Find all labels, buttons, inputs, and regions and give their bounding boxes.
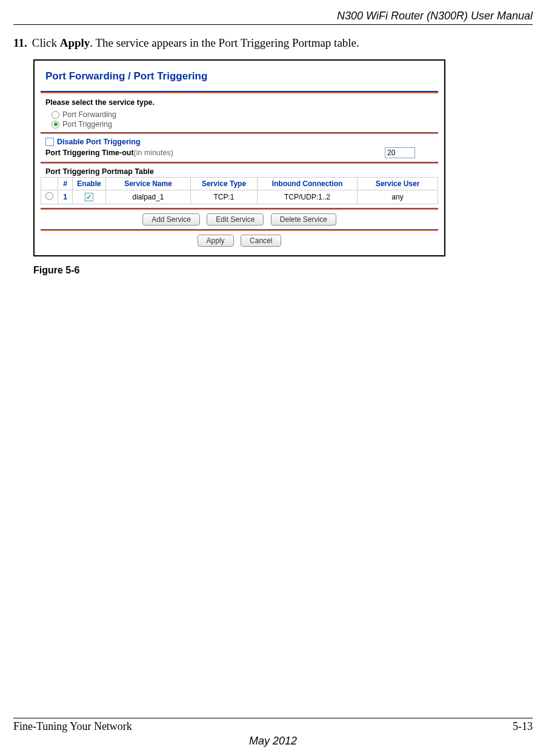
service-type-label: Please select the service type. [45, 98, 438, 107]
divider [41, 162, 438, 164]
apply-button[interactable]: Apply [198, 235, 234, 247]
doc-header: N300 WiFi Router (N300R) User Manual [337, 10, 533, 22]
row-user: any [358, 190, 438, 204]
router-screenshot: Port Forwarding / Port Triggering Please… [33, 59, 445, 256]
timeout-hint: (in minutes) [134, 149, 173, 157]
row-num: 1 [58, 190, 73, 204]
divider [41, 132, 438, 134]
col-select [41, 178, 58, 190]
figure-caption: Figure 5-6 [33, 265, 533, 276]
timeout-input[interactable] [385, 147, 415, 158]
table-header-row: # Enable Service Name Service Type Inbou… [41, 178, 438, 190]
step-text-bold: Apply [60, 36, 90, 49]
delete-service-button[interactable]: Delete Service [271, 213, 336, 226]
divider [41, 91, 438, 93]
service-buttons: Add Service Edit Service Delete Service [41, 213, 438, 226]
checkbox-icon[interactable] [85, 193, 93, 201]
step-11: 11. Click Apply. The service appears in … [13, 36, 533, 50]
radio-icon[interactable] [45, 192, 53, 200]
disable-port-triggering-row[interactable]: Disable Port Triggering [45, 138, 438, 146]
row-inbound: TCP/UDP:1..2 [258, 190, 358, 204]
col-service-user: Service User [358, 178, 438, 190]
cancel-button[interactable]: Cancel [241, 235, 281, 247]
row-enable-cell[interactable] [73, 190, 106, 204]
row-select-cell[interactable] [41, 190, 58, 204]
page-title: Port Forwarding / Port Triggering [45, 70, 438, 82]
radio-icon[interactable] [52, 111, 59, 119]
step-number: 11. [13, 36, 29, 50]
checkbox-icon[interactable] [45, 138, 54, 146]
step-text-post: . The service appears in the Port Trigge… [90, 36, 359, 49]
radio-port-triggering[interactable]: Port Triggering [52, 120, 438, 129]
table-row: 1 dialpad_1 TCP:1 TCP/UDP:1..2 any [41, 190, 438, 204]
footer-rule [13, 718, 533, 718]
col-service-name: Service Name [106, 178, 191, 190]
radio-port-forwarding[interactable]: Port Forwarding [52, 110, 438, 119]
page-content: 11. Click Apply. The service appears in … [13, 36, 533, 276]
header-rule [13, 24, 533, 25]
col-enable: Enable [73, 178, 106, 190]
timeout-label: Port Triggering Time-out [45, 149, 134, 157]
radio-label: Port Forwarding [62, 110, 116, 119]
col-num: # [58, 178, 73, 190]
footer-section: Fine-Tuning Your Network [13, 720, 132, 733]
divider [41, 229, 438, 231]
edit-service-button[interactable]: Edit Service [207, 213, 264, 226]
col-inbound: Inbound Connection [258, 178, 358, 190]
radio-label: Port Triggering [62, 120, 112, 129]
footer-date: May 2012 [0, 735, 546, 748]
col-service-type: Service Type [191, 178, 258, 190]
form-buttons: Apply Cancel [41, 235, 438, 247]
portmap-table-title: Port Triggering Portmap Table [45, 167, 438, 176]
radio-icon[interactable] [52, 121, 59, 129]
checkbox-label: Disable Port Triggering [57, 138, 141, 146]
portmap-table: # Enable Service Name Service Type Inbou… [41, 177, 438, 204]
footer-page: 5-13 [513, 720, 533, 733]
step-text-pre: Click [32, 36, 60, 49]
row-service-type: TCP:1 [191, 190, 258, 204]
timeout-row: Port Triggering Time-out (in minutes) [45, 147, 438, 158]
row-service-name: dialpad_1 [106, 190, 191, 204]
add-service-button[interactable]: Add Service [142, 213, 200, 226]
divider [41, 208, 438, 210]
